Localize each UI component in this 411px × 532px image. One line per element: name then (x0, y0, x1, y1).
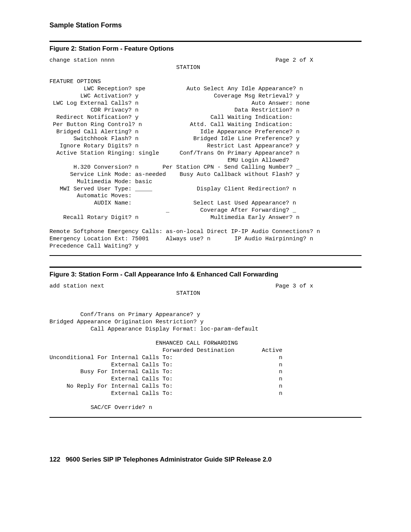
figure-2-terminal: change station nnnn Page 2 of X STATION … (49, 57, 362, 250)
page-footer: 122 9600 Series SIP IP Telephones Admini… (49, 456, 362, 463)
figure-3-terminal: add station next Page 3 of x STATION Con… (49, 283, 362, 412)
figure-3-block: Figure 3: Station Form - Call Appearance… (49, 267, 362, 418)
page-number: 122 (49, 456, 60, 463)
figure-2-bottom-rule (49, 255, 362, 256)
figure-2-caption: Figure 2: Station Form - Feature Options (49, 45, 362, 53)
figure-2-top-rule (49, 41, 362, 42)
figure-3-caption: Figure 3: Station Form - Call Appearance… (49, 271, 362, 278)
figure-3-bottom-rule (49, 417, 362, 418)
figure-2-block: Figure 2: Station Form - Feature Options… (49, 41, 362, 256)
figure-3-top-rule (49, 267, 362, 268)
page-container: Sample Station Forms Figure 2: Station F… (0, 0, 411, 532)
doc-title: 9600 Series SIP IP Telephones Administra… (65, 456, 271, 463)
section-title: Sample Station Forms (49, 21, 362, 29)
